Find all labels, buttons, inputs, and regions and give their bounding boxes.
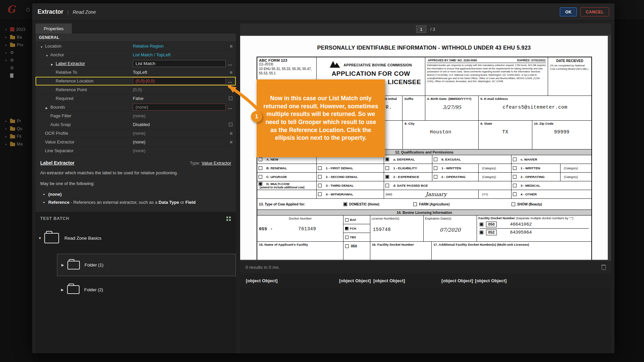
form-cell: 1 - FIRST DENIAL xyxy=(317,164,384,172)
state-cell: 9. State TX xyxy=(479,121,532,149)
checkbox-icon xyxy=(385,175,389,179)
properties-tabbar: Properties xyxy=(36,23,236,34)
property-action-icon[interactable] xyxy=(230,139,232,145)
property-action-icon[interactable] xyxy=(229,123,232,126)
property-action-icon[interactable] xyxy=(230,131,232,136)
page-number-input[interactable] xyxy=(416,25,426,33)
property-row[interactable]: Reference Point (0,0) xyxy=(36,85,236,94)
caret-right-icon[interactable]: ▶ xyxy=(61,288,67,292)
help-type: Type: Value Extractor xyxy=(190,161,231,166)
facility-docket-row: 052 64395964 xyxy=(480,228,589,235)
property-row[interactable]: Label Extractor List Match xyxy=(36,59,236,68)
property-value[interactable]: TopLeft xyxy=(133,70,226,75)
property-value[interactable]: (0,0):(0,0) xyxy=(133,77,226,84)
property-row[interactable]: Relative To TopLeft xyxy=(36,68,236,77)
property-action-icon[interactable] xyxy=(228,105,232,110)
property-action-icon[interactable] xyxy=(229,97,232,100)
property-label: Page Filter xyxy=(50,113,71,118)
license-number-cell: License Number(s) 159748 xyxy=(370,216,424,241)
property-action-icon[interactable] xyxy=(230,44,232,49)
form-cell: (Category) xyxy=(479,173,512,181)
facility-docket-row: 050 46641062 xyxy=(480,222,589,227)
batch-folder-node[interactable]: ▶ Folder (2) xyxy=(57,279,236,300)
property-row[interactable]: Required False xyxy=(36,94,236,103)
checkbox-icon xyxy=(434,166,437,170)
property-value[interactable]: (none) xyxy=(133,148,226,153)
property-value[interactable]: (none) xyxy=(133,113,226,118)
property-value[interactable]: (none) xyxy=(133,139,226,144)
form-grid-row: C. UPGRADE xyxy=(257,173,591,181)
form-grid-row: B. RENEWAL xyxy=(257,164,591,173)
form-cell: (Category) xyxy=(560,173,591,181)
viewer-right-tools xyxy=(591,23,606,35)
trash-icon[interactable] xyxy=(601,265,606,270)
caret-right-icon[interactable]: ▶ xyxy=(61,263,67,267)
property-row[interactable]: Value Extractor (none) xyxy=(36,138,236,146)
property-row[interactable]: Reference Location (0,0):(0,0) xyxy=(36,77,236,85)
form-cell: 4 - WITHDRAWAL xyxy=(317,190,384,198)
extractor-dialog: Extractor | Read Zone OK CANCEL Properti… xyxy=(32,3,614,353)
property-action-icon[interactable] xyxy=(228,61,232,66)
property-row[interactable]: Bounds (none) xyxy=(36,103,236,112)
checkbox-icon xyxy=(318,192,322,196)
form-cell: a. DEFERRAL xyxy=(384,155,432,164)
batch-folder-label: Folder (2) xyxy=(84,287,103,292)
property-row[interactable]: Line Separator (none) xyxy=(36,146,236,155)
form-cell: (Category) xyxy=(560,164,591,172)
folder-icon xyxy=(44,233,59,243)
form-cell: (Category) xyxy=(479,164,512,172)
property-label: OCR Profile xyxy=(45,131,68,136)
cell-text: b. EXCUSAL xyxy=(441,158,461,161)
property-value[interactable]: Disabled xyxy=(133,122,226,127)
general-section-header[interactable]: GENERAL xyxy=(36,34,236,42)
property-row[interactable]: Location Relative Region xyxy=(36,42,236,51)
ok-button[interactable]: OK xyxy=(560,7,577,16)
form-cell: (MM) January xyxy=(384,190,479,198)
facility-docket-cell: Facility Docket Number (Separate multipl… xyxy=(477,216,591,241)
checkbox-icon xyxy=(259,166,262,170)
results-empty-area xyxy=(240,288,611,353)
cell-text: 1 - WRITTEN xyxy=(521,166,540,170)
expand-chevron-icon[interactable] xyxy=(46,104,50,110)
caret-down-icon[interactable]: ▼ xyxy=(38,236,44,240)
property-value[interactable]: (none) xyxy=(133,104,226,111)
cell-text: 2 - OPERATING xyxy=(521,175,545,179)
qualifications-grid: A. NEW xyxy=(257,155,591,199)
cell-text: 2 - EXPERIENCE xyxy=(393,175,419,179)
property-value[interactable]: List Match / TopLeft xyxy=(133,52,226,57)
property-value[interactable]: (0,0) xyxy=(133,87,226,92)
form-cell: 2 - EXPERIENCE xyxy=(384,173,432,181)
property-row[interactable]: Page Filter (none) xyxy=(36,112,236,120)
test-batch-panel: TEST BATCH ▼ Read Zone Basics ▶ xyxy=(36,212,236,353)
expand-chevron-icon[interactable] xyxy=(46,52,50,58)
property-row[interactable]: Anchor List Match / TopLeft xyxy=(36,51,236,59)
viewer-left-tools xyxy=(246,23,272,35)
docket-number: 46641062 xyxy=(510,222,532,227)
type-link[interactable]: Value Extractor xyxy=(202,161,231,166)
checkbox-icon xyxy=(513,192,517,196)
property-value[interactable]: Relative Region xyxy=(133,44,226,49)
batch-root-node[interactable]: ▼ Read Zone Basics xyxy=(38,231,236,245)
expand-chevron-icon[interactable] xyxy=(51,61,56,67)
cell-text: (Category) xyxy=(564,175,578,179)
property-label: Required xyxy=(56,96,73,101)
expand-chevron-icon[interactable] xyxy=(40,43,45,49)
property-row[interactable]: Auto Snap Disabled xyxy=(36,120,236,129)
docket-number-cell: Docket Number 055 - 761349 xyxy=(257,216,343,241)
property-action-icon[interactable] xyxy=(228,78,232,84)
property-action-icon[interactable] xyxy=(230,70,232,75)
option-label: BAF xyxy=(350,218,356,222)
property-value[interactable]: List Match xyxy=(133,60,226,67)
q13-option: DOMESTIC (Home) xyxy=(343,202,413,206)
tab-properties[interactable]: Properties xyxy=(36,23,72,34)
form-cell: C. UPGRADE xyxy=(257,173,317,181)
property-row[interactable]: OCR Profile (none) xyxy=(36,129,236,138)
property-label: Bounds xyxy=(50,105,65,110)
property-value[interactable]: (none) xyxy=(133,131,226,136)
batch-folder-node[interactable]: ▶ Folder (1) xyxy=(57,254,236,276)
form-cell: 1 - WRITTEN xyxy=(432,164,479,172)
property-help-panel: Label Extractor Type: Value Extractor An… xyxy=(36,157,236,212)
hierarchy-icon[interactable] xyxy=(226,216,231,221)
cancel-button[interactable]: CANCEL xyxy=(580,7,609,16)
property-value[interactable]: False xyxy=(133,96,226,101)
